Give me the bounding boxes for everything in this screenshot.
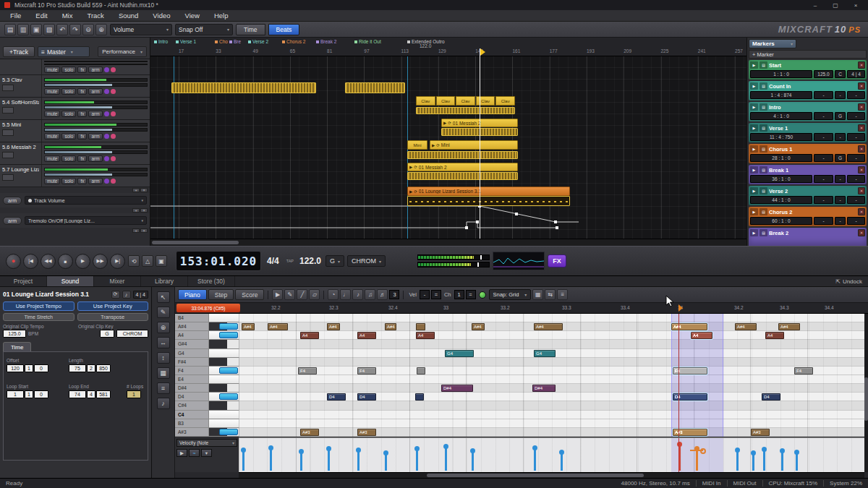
piano-key-C#4[interactable]: C#4 (175, 401, 239, 410)
midi-out-indicator[interactable]: MIDI Out (733, 480, 757, 487)
piano-roll-tab-step[interactable]: Step (208, 289, 234, 300)
rewind-button[interactable]: ◀◀ (41, 254, 56, 269)
marker-delete-button[interactable]: ✕ (858, 187, 865, 194)
markers-title-tab[interactable]: Markers ▾ (749, 39, 796, 48)
track-info[interactable]: 5.6 Messiah 2 (0, 142, 42, 164)
velocity-curve-icon[interactable]: ≈ (189, 449, 200, 457)
piano-keys[interactable]: B4A#4A4G#4G4F#4F4E4D#4D4C#4C4B3A#3 (175, 314, 239, 437)
marker-key[interactable]: G (835, 112, 846, 120)
punch-button[interactable]: ▣ (156, 255, 167, 267)
marker-play-icon[interactable]: ▶ (750, 229, 758, 236)
marker-signature[interactable]: - (847, 154, 865, 162)
pan-horizontal-icon[interactable]: ↔ (157, 337, 170, 348)
channel-value[interactable]: 1 (454, 290, 464, 299)
marker-grid-icon[interactable]: ▤ (760, 166, 767, 174)
midi-note-A4[interactable]: A4 (691, 332, 712, 339)
piano-key-A#3[interactable]: A#3 (175, 428, 239, 437)
transpose-button[interactable]: Transpose (77, 313, 149, 321)
marker-grid-icon[interactable]: ▤ (760, 187, 767, 194)
section-marker[interactable]: Intro (154, 39, 168, 44)
midi-note-G4[interactable]: G4 (534, 350, 556, 357)
tab-store-30-[interactable]: Store (30) (188, 276, 235, 286)
track-mute-button[interactable]: mute (44, 133, 60, 140)
velocity-stem[interactable] (472, 451, 474, 471)
metronome-button[interactable]: △ (142, 255, 153, 267)
velocity-stem[interactable] (561, 453, 563, 471)
section-marker[interactable]: Verse 1 (176, 39, 196, 44)
section-marker[interactable]: Chorus 2 (282, 39, 305, 44)
open-icon[interactable]: ▥ (17, 24, 29, 35)
fx-knob[interactable] (104, 179, 109, 184)
automation-arm-button[interactable]: arm (3, 217, 22, 225)
arm-knob[interactable] (111, 67, 116, 72)
pan-slider[interactable] (44, 173, 148, 176)
arrangement-timeline[interactable]: IntroVerse 1ChoBreVerse 2Chorus 2Break 2… (150, 38, 746, 246)
instrument-icon[interactable] (2, 129, 14, 136)
play-button[interactable]: ▶ (75, 254, 90, 269)
midi-note-A4[interactable]: A4 (357, 332, 376, 339)
add-track-button[interactable]: +Track (3, 46, 35, 57)
new-project-icon[interactable]: ▤ (4, 24, 16, 35)
track-solo-button[interactable]: solo (61, 155, 76, 162)
zoom-in-icon[interactable]: ⊕ (95, 24, 107, 35)
marker-key[interactable]: - (835, 175, 846, 183)
marker-grid-icon[interactable]: ▤ (760, 82, 767, 90)
playhead-flag-icon[interactable] (480, 48, 485, 56)
pan-slider[interactable] (44, 150, 148, 154)
volume-slider[interactable] (44, 123, 148, 127)
midi-note-A#4[interactable]: A#4 (534, 323, 563, 330)
volume-slider[interactable] (44, 61, 148, 62)
clip[interactable] (407, 196, 570, 206)
clip-time-signature[interactable]: 4 | 4 (133, 291, 149, 299)
velocity-lane[interactable] (239, 437, 864, 472)
track-solo-button[interactable]: solo (61, 178, 76, 184)
note-tool-icon[interactable]: ♪ (157, 398, 170, 409)
time-stretch-button[interactable]: Time Stretch (3, 313, 75, 321)
close-automation-lane-button[interactable]: × (140, 228, 148, 233)
skip-start-button[interactable]: |◀ (23, 254, 38, 269)
marker-tempo[interactable]: - (814, 175, 833, 183)
fx-knob[interactable] (104, 67, 109, 72)
velocity-head[interactable] (735, 448, 740, 453)
loop-end-beat[interactable]: 4 (87, 390, 95, 398)
marker-delete-button[interactable]: ✕ (858, 124, 865, 132)
track-info[interactable]: 5.5 Mini (0, 120, 42, 142)
arm-knob[interactable] (111, 179, 116, 184)
beats-mode-button[interactable]: Beats (268, 24, 300, 35)
clip[interactable]: Mini (407, 140, 427, 150)
play-icon[interactable]: ▶ (272, 289, 283, 300)
scale-select[interactable]: CHROM ▾ (347, 255, 386, 267)
length-beat[interactable]: 2 (87, 364, 95, 372)
clip[interactable] (407, 151, 518, 159)
marker-key[interactable]: G (835, 154, 846, 162)
select-tool-icon[interactable]: ↖ (157, 291, 170, 303)
pencil-icon[interactable]: ✎ (284, 289, 295, 300)
marker-item[interactable]: ▶▤Break 1✕36 : 1 : 0--- (749, 165, 867, 184)
orig-key-select[interactable]: G (100, 330, 114, 338)
scrollbar-thumb[interactable] (427, 474, 644, 477)
add-automation-lane-button[interactable]: + (132, 188, 140, 192)
piano-key-G#4[interactable]: G#4 (175, 340, 239, 348)
piano-key-G4[interactable]: G4 (175, 349, 239, 358)
length-field[interactable]: 75 2 850 (69, 364, 111, 372)
performance-panel-button[interactable]: Performance ▾ (98, 46, 147, 57)
tab-project[interactable]: Project (0, 276, 47, 286)
automation-arm-button[interactable]: arm (3, 197, 22, 205)
pan-vertical-icon[interactable]: ↕ (157, 352, 170, 364)
velocity-head[interactable] (268, 445, 273, 450)
marker-play-icon[interactable]: ▶ (750, 145, 758, 153)
marker-item[interactable]: ▶▤Break 2✕ (749, 228, 867, 246)
instrument-icon[interactable] (2, 107, 14, 114)
midi-note-A#4[interactable]: A#4 (671, 323, 707, 330)
draw-tool-icon[interactable]: ✎ (157, 307, 170, 318)
velocity-stem[interactable] (781, 451, 783, 471)
midi-note-G4[interactable]: G4 (445, 350, 474, 357)
piano-key-B4[interactable]: B4 (175, 314, 239, 322)
use-project-tempo-button[interactable]: Use Project Tempo (3, 301, 75, 311)
note-color-select[interactable] (479, 291, 486, 299)
track-arm-button[interactable]: arm (88, 67, 102, 73)
sixteenth-note-icon[interactable]: ♬ (377, 289, 388, 300)
marker-key[interactable]: - (835, 217, 846, 225)
arm-knob[interactable] (111, 89, 116, 94)
marker-item[interactable]: ▶▤Count In✕1 : 4 : 874--- (749, 81, 867, 100)
